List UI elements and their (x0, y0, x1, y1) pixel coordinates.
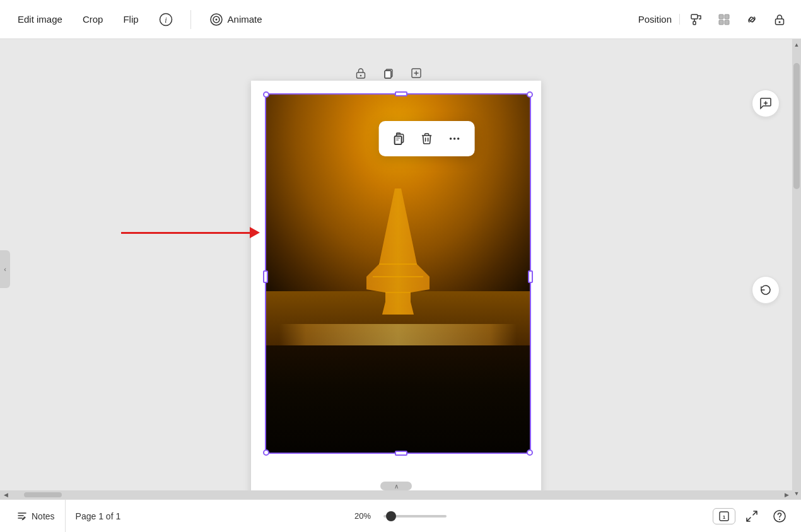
expand-icon (745, 509, 759, 523)
float-more-button[interactable] (442, 126, 467, 151)
add-comment-button[interactable] (752, 90, 780, 117)
flip-label: Flip (123, 14, 138, 25)
zoom-slider[interactable] (383, 515, 447, 518)
lock-icon (773, 13, 786, 26)
float-delete-button[interactable] (414, 126, 440, 151)
toolbar-left: Edit image Crop Flip i Animate (10, 7, 270, 32)
svg-marker-20 (366, 188, 430, 315)
animate-button[interactable]: Animate (201, 7, 270, 32)
handle-top-left[interactable] (263, 91, 269, 98)
svg-point-14 (360, 75, 362, 77)
toolbar-right: Position (631, 8, 791, 31)
svg-rect-9 (719, 20, 723, 25)
grid-icon (717, 13, 731, 26)
svg-rect-6 (693, 21, 696, 25)
handle-bottom-right[interactable] (527, 449, 533, 456)
copy-to-clipboard-icon (392, 131, 407, 146)
handle-bottom-left[interactable] (263, 449, 269, 456)
float-toolbar (379, 121, 475, 156)
crop-button[interactable]: Crop (75, 9, 111, 30)
svg-rect-16 (385, 71, 391, 78)
canvas-content (0, 39, 792, 490)
handle-middle-right[interactable] (528, 270, 533, 283)
scroll-track (11, 492, 781, 498)
svg-rect-7 (719, 14, 723, 19)
info-icon: i (159, 13, 173, 26)
notes-button[interactable]: Notes (10, 507, 61, 526)
help-button[interactable] (768, 505, 791, 528)
handle-middle-left[interactable] (263, 270, 268, 283)
notes-icon (16, 511, 28, 522)
animate-label: Animate (228, 14, 262, 25)
more-dots-icon (447, 131, 462, 146)
refresh-button[interactable] (752, 276, 780, 304)
scroll-thumb[interactable] (793, 63, 800, 189)
page-indicator: Page 1 of 1 (65, 500, 131, 533)
link-icon (745, 13, 759, 26)
refresh-icon (759, 283, 773, 297)
svg-rect-8 (725, 14, 729, 19)
svg-point-4 (215, 18, 217, 20)
trash-icon (419, 131, 435, 146)
svg-rect-10 (725, 20, 729, 25)
svg-point-29 (453, 137, 456, 140)
link-button[interactable] (740, 8, 763, 31)
handle-top-right[interactable] (527, 91, 533, 98)
help-icon (773, 509, 786, 523)
horizontal-scrollbar: ◀ ▶ (0, 490, 792, 499)
ground (266, 345, 530, 453)
svg-text:i: i (165, 16, 167, 25)
svg-text:1: 1 (723, 514, 726, 520)
info-button[interactable]: i (151, 8, 180, 32)
handle-bottom-middle[interactable] (395, 451, 407, 456)
format-painter-button[interactable] (685, 8, 708, 31)
page-add-icon (410, 67, 423, 79)
edit-image-button[interactable]: Edit image (10, 9, 70, 30)
scroll-left-arrow[interactable]: ◀ (0, 490, 11, 499)
svg-point-28 (450, 137, 452, 140)
float-copy-button[interactable] (387, 126, 412, 151)
vertical-scrollbar: ▲ ▼ (792, 39, 801, 499)
arrow-line (121, 232, 250, 234)
comment-plus-icon (759, 96, 773, 110)
svg-point-34 (779, 519, 780, 520)
page-copy-icon (382, 67, 395, 79)
toolbar-divider (190, 10, 191, 29)
page-num-box: 1 (713, 508, 735, 524)
lock-button[interactable] (768, 8, 791, 31)
svg-point-12 (779, 21, 781, 23)
arrow-annotation (121, 227, 260, 238)
side-actions (752, 90, 780, 304)
handle-top-middle[interactable] (395, 91, 407, 96)
svg-rect-5 (691, 14, 698, 19)
zoom-percentage: 20% (354, 511, 377, 521)
page-num-icon: 1 (718, 511, 730, 522)
page-lock-icon (354, 67, 367, 79)
format-painter-icon (689, 13, 703, 26)
status-bar: Notes Page 1 of 1 20% 1 (0, 499, 801, 532)
crop-label: Crop (83, 14, 103, 25)
scroll-up-arrow[interactable]: ▲ (792, 39, 801, 50)
animate-icon (209, 12, 224, 27)
scroll-right-arrow[interactable]: ▶ (781, 490, 792, 499)
flip-button[interactable]: Flip (115, 9, 146, 30)
scroll-thumb[interactable] (24, 492, 62, 497)
white-page (251, 81, 541, 490)
fullscreen-button[interactable] (740, 505, 763, 528)
arrow-head (250, 227, 260, 238)
canvas-area: ‹ (0, 39, 792, 499)
main-toolbar: Edit image Crop Flip i Animate Position (0, 0, 801, 39)
main-area: ‹ (0, 39, 801, 499)
zoom-controls: 20% (354, 511, 447, 521)
scroll-hint-chevron[interactable]: ∧ (380, 482, 412, 490)
scroll-down-arrow[interactable]: ▼ (792, 488, 801, 499)
position-label: Position (631, 14, 680, 25)
grid-button[interactable] (713, 8, 735, 31)
page-number-button[interactable]: 1 (713, 505, 735, 528)
notes-label: Notes (32, 511, 55, 521)
edit-image-label: Edit image (18, 14, 62, 25)
svg-point-30 (457, 137, 460, 140)
image-element[interactable] (265, 93, 531, 454)
page-container (251, 58, 541, 490)
status-right: 1 (713, 505, 791, 528)
